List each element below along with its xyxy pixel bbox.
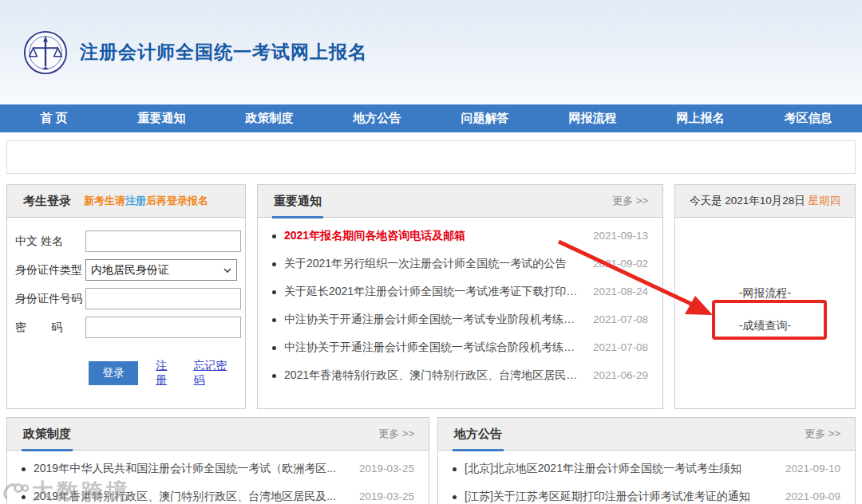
bullet-icon	[272, 290, 276, 294]
nav-item-signup[interactable]: 网上报名	[646, 104, 754, 132]
nav-item-flow[interactable]: 网报流程	[539, 104, 646, 132]
chevron-down-icon	[223, 266, 231, 274]
id-type-value: 内地居民身份证	[91, 263, 169, 278]
notice-item: 关于延长2021年注册会计师全国统一考试准考证下载打印时...2021-08-2…	[272, 285, 648, 299]
id-type-select[interactable]: 内地居民身份证	[85, 259, 237, 281]
notice-item: 中注协关于开通注册会计师全国统一考试专业阶段机考练习网站...2021-07-0…	[272, 313, 648, 327]
notice-suffix: 后再登录报名	[146, 195, 208, 207]
bullet-icon	[272, 374, 276, 378]
notice-item: 2021年香港特别行政区、澳门特别行政区、台湾地区居民及...2021-06-2…	[272, 368, 648, 383]
nav-item-policy[interactable]: 政策制度	[216, 104, 323, 132]
notice-link[interactable]: 中注协关于开通注册会计师全国统一考试综合阶段机考练习网站...	[284, 341, 582, 355]
notices-title: 重要通知	[272, 185, 323, 218]
notice-link[interactable]: 中注协关于开通注册会计师全国统一考试专业阶段机考练习网站...	[284, 313, 582, 327]
notice-item: 关于2021年另行组织一次注册会计师全国统一考试的公告2021-09-02	[272, 257, 648, 271]
id-number-label: 身份证件号码	[15, 292, 85, 306]
today-panel: 今天是 2021年10月28日 星期四 -网报流程- -成绩查询-	[674, 184, 856, 409]
policy-more-link[interactable]: 更多 >>	[378, 427, 414, 441]
watermark: 大数跨境	[2, 477, 131, 504]
notice-link[interactable]: 关于延长2021年注册会计师全国统一考试准考证下载打印时...	[284, 285, 582, 299]
notice-link[interactable]: 2021年报名期间各地咨询电话及邮箱	[284, 229, 582, 243]
main-nav: 首 页 重要通知 政策制度 地方公告 问题解答 网报流程 网上报名 考区信息	[0, 104, 862, 132]
local-panel-header: 地方公告 更多 >>	[438, 418, 855, 451]
notices-list: 2021年报名期间各地咨询电话及邮箱2021-09-13 关于2021年另行组织…	[258, 218, 662, 396]
register-inline-link[interactable]: 注册	[125, 195, 146, 207]
notices-more-link[interactable]: 更多 >>	[612, 194, 648, 208]
notice-date: 2021-07-08	[593, 313, 648, 325]
important-notices-panel: 重要通知 更多 >> 2021年报名期间各地咨询电话及邮箱2021-09-13 …	[257, 184, 663, 409]
login-title: 考生登录	[22, 185, 73, 218]
notice-date: 2021-06-29	[593, 369, 648, 381]
cicpa-logo-icon	[22, 30, 69, 76]
notice-prefix: 新考生请	[84, 195, 125, 207]
bullet-icon	[453, 467, 457, 471]
policy-title: 政策制度	[22, 418, 73, 451]
local-link[interactable]: [北京]北京地区2021年注册会计师全国统一考试考生须知	[465, 462, 774, 476]
today-weekday: 星期四	[809, 195, 841, 207]
local-date: 2021-09-09	[785, 490, 840, 502]
policy-date: 2019-03-25	[359, 490, 414, 502]
name-label: 中文 姓名	[15, 234, 85, 249]
local-item: [江苏]关于江苏考区延期打印注册会计师考试准考证的通知2021-09-09	[453, 490, 840, 504]
local-link[interactable]: [江苏]关于江苏考区延期打印注册会计师考试准考证的通知	[465, 490, 774, 504]
policy-panel-header: 政策制度 更多 >>	[7, 418, 429, 451]
policy-link[interactable]: 2019年中华人民共和国注册会计师全国统一考试（欧洲考区...	[34, 462, 348, 476]
new-candidate-notice: 新考生请注册后再登录报名	[84, 194, 208, 208]
nav-item-local[interactable]: 地方公告	[323, 104, 431, 132]
local-date: 2021-09-10	[785, 463, 840, 474]
password-label: 密 码	[15, 321, 85, 335]
watermark-text: 大数跨境	[32, 477, 131, 504]
notice-date: 2021-09-02	[593, 258, 648, 270]
id-number-input[interactable]	[85, 288, 241, 309]
bullet-icon	[272, 346, 276, 350]
nav-item-notices[interactable]: 重要通知	[108, 104, 216, 132]
nav-item-home[interactable]: 首 页	[0, 104, 108, 132]
local-announcements-panel: 地方公告 更多 >> [北京]北京地区2021年注册会计师全国统一考试考生须知2…	[437, 417, 856, 504]
top-row: 考生登录 新考生请注册后再登录报名 中文 姓名 身份证件类型 内地居民身份证 身…	[0, 184, 862, 409]
local-list: [北京]北京地区2021年注册会计师全国统一考试考生须知2021-09-10 […	[438, 451, 855, 504]
red-highlight-box	[712, 300, 827, 340]
bullet-icon	[453, 495, 457, 499]
id-type-label: 身份证件类型	[15, 263, 85, 278]
login-panel: 考生登录 新考生请注册后再登录报名 中文 姓名 身份证件类型 内地居民身份证 身…	[6, 184, 246, 409]
bullet-icon	[272, 234, 276, 238]
local-item: [北京]北京地区2021年注册会计师全国统一考试考生须知2021-09-10	[453, 462, 840, 476]
notice-date: 2021-07-08	[593, 341, 648, 353]
login-form: 中文 姓名 身份证件类型 内地居民身份证 身份证件号码 密 码 登录	[7, 218, 245, 388]
watermark-logo-icon	[2, 479, 29, 503]
today-date-text: 今天是 2021年10月28日	[690, 195, 809, 207]
page-title: 注册会计师全国统一考试网上报名	[80, 40, 367, 65]
today-panel-body: -网报流程- -成绩查询-	[675, 218, 855, 408]
forgot-password-link[interactable]: 忘记密码	[194, 359, 237, 388]
notice-item: 中注协关于开通注册会计师全国统一考试综合阶段机考练习网站...2021-07-0…	[272, 341, 648, 355]
name-input[interactable]	[85, 230, 241, 252]
site-header: 注册会计师全国统一考试网上报名	[0, 0, 862, 104]
login-button[interactable]: 登录	[89, 361, 138, 385]
local-title: 地方公告	[453, 418, 504, 451]
notice-date: 2021-09-13	[593, 230, 648, 242]
notice-item: 2021年报名期间各地咨询电话及邮箱2021-09-13	[272, 229, 648, 243]
banner-strip	[6, 140, 856, 174]
nav-item-examarea[interactable]: 考区信息	[754, 104, 862, 132]
today-date: 今天是 2021年10月28日 星期四	[690, 194, 840, 208]
policy-item: 2019年中华人民共和国注册会计师全国统一考试（欧洲考区...2019-03-2…	[22, 462, 414, 476]
register-link[interactable]: 注册	[156, 359, 177, 388]
nav-item-faq[interactable]: 问题解答	[431, 104, 539, 132]
policy-date: 2019-03-25	[359, 463, 414, 474]
bullet-icon	[272, 318, 276, 322]
bullet-icon	[272, 262, 276, 266]
flow-quick-link[interactable]: -网报流程-	[675, 286, 855, 301]
notices-panel-header: 重要通知 更多 >>	[258, 185, 662, 218]
today-panel-header: 今天是 2021年10月28日 星期四	[675, 185, 855, 218]
bullet-icon	[22, 467, 26, 471]
password-input[interactable]	[85, 317, 241, 338]
local-more-link[interactable]: 更多 >>	[805, 427, 840, 441]
notice-link[interactable]: 关于2021年另行组织一次注册会计师全国统一考试的公告	[284, 257, 582, 271]
login-panel-header: 考生登录 新考生请注册后再登录报名	[7, 185, 245, 218]
notice-date: 2021-08-24	[593, 285, 648, 297]
notice-link[interactable]: 2021年香港特别行政区、澳门特别行政区、台湾地区居民及...	[284, 368, 582, 383]
